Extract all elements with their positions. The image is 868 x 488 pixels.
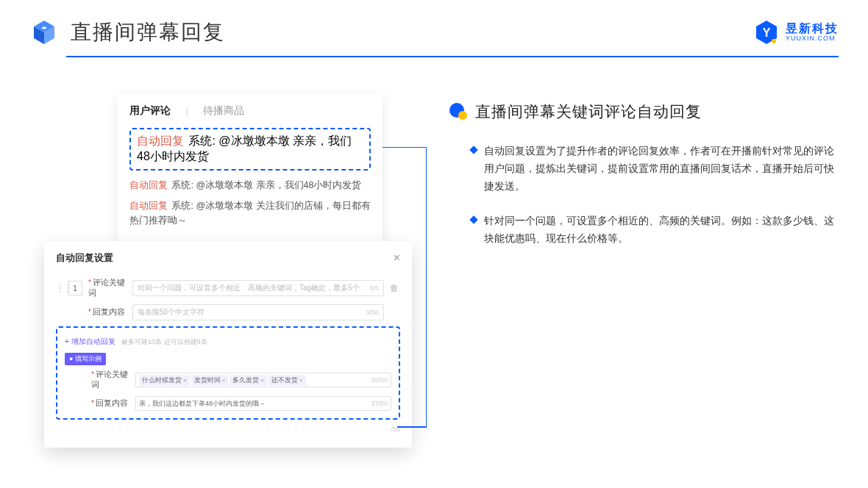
section-heading: 直播间弹幕关键词评论自动回复 bbox=[449, 101, 839, 122]
bullet-text: 自动回复设置为了提升作者的评论回复效率，作者可在开播前针对常见的评论用户问题，提… bbox=[484, 143, 839, 195]
diamond-bullet-icon bbox=[469, 216, 477, 224]
comment-item: 自动回复 系统: @冰墩墩本墩 亲亲，我们48小时内发货 bbox=[129, 178, 371, 193]
description-column: 直播间弹幕关键词评论自动回复 自动回复设置为了提升作者的评论回复效率，作者可在开… bbox=[449, 94, 839, 265]
order-number: 1 bbox=[68, 281, 82, 295]
brand-name: 昱新科技 bbox=[786, 22, 839, 35]
keyword-input[interactable]: 对同一个问题，可设置多个相近、高频的关键词，Tag确定，最多5个 0/5 bbox=[132, 280, 384, 296]
example-block-highlight: + 增加自动回复 最多可建10条 还可以创建9条 ● 填写示例 *评论关键词 什… bbox=[56, 326, 400, 420]
screenshot-column: 用户评论 | 待播商品 自动回复 系统: @冰墩墩本墩 亲亲，我们48小时内发货… bbox=[44, 94, 412, 265]
svg-point-1 bbox=[772, 39, 776, 43]
drag-handle-icon[interactable]: ⋮⋮ bbox=[56, 283, 62, 293]
bullet-text: 针对同一个问题，可设置多个相近的、高频的关键词。例如：这款多少钱、这块能优惠吗、… bbox=[484, 212, 839, 248]
section-title: 直播间弹幕关键词评论自动回复 bbox=[475, 101, 702, 122]
bullet-item: 自动回复设置为了提升作者的评论回复效率，作者可在开播前针对常见的评论用户问题，提… bbox=[449, 143, 839, 195]
auto-reply-settings-modal: 自动回复设置 × ⋮⋮ 1 *评论关键词 对同一个问题，可设置多个相近、高频的关… bbox=[44, 241, 412, 448]
diamond-bullet-icon bbox=[469, 146, 477, 154]
brand-logo: Y 昱新科技 YUUXIN.COM bbox=[753, 19, 839, 46]
comments-panel: 用户评论 | 待播商品 自动回复 系统: @冰墩墩本墩 亲亲，我们48小时内发货… bbox=[118, 94, 383, 254]
highlighted-comment: 自动回复 系统: @冰墩墩本墩 亲亲，我们48小时内发货 bbox=[129, 128, 371, 171]
brand-icon: Y bbox=[753, 19, 780, 46]
example-reply-input[interactable]: 亲，我们这边都是下单48小时内发货的哦～ 37/50 bbox=[135, 396, 391, 411]
modal-title: 自动回复设置 bbox=[56, 251, 113, 265]
ex-keyword-label: *评论关键词 bbox=[91, 370, 129, 390]
auto-reply-tag: 自动回复 bbox=[129, 201, 168, 211]
add-auto-reply-link[interactable]: + 增加自动回复 bbox=[65, 337, 115, 345]
reply-content-row: ⋮⋮ *回复内容 每条限50个中文字符 0/50 🗑 bbox=[56, 304, 400, 320]
bullet-item: 针对同一个问题，可设置多个相近的、高频的关键词。例如：这款多少钱、这块能优惠吗、… bbox=[449, 212, 839, 248]
keyword-tag[interactable]: 什么时候发货× bbox=[139, 375, 190, 386]
keyword-tag[interactable]: 还不发货× bbox=[268, 375, 306, 386]
comment-text: 系统: @冰墩墩本墩 亲亲，我们48小时内发货 bbox=[169, 180, 362, 190]
page-header: 直播间弹幕回复 Y 昱新科技 YUUXIN.COM bbox=[0, 0, 868, 56]
reply-label: *回复内容 bbox=[88, 307, 127, 317]
connector-line-bottom bbox=[397, 426, 427, 428]
example-badge: ● 填写示例 bbox=[65, 353, 106, 365]
reply-input[interactable]: 每条限50个中文字符 0/50 bbox=[132, 304, 384, 320]
example-keyword-row: *评论关键词 什么时候发货×发货时间×多久发货×还不发货× 20/50 bbox=[65, 370, 391, 390]
tabs: 用户评论 | 待播商品 bbox=[129, 104, 371, 118]
auto-reply-tag: 自动回复 bbox=[137, 134, 184, 147]
keyword-label: *评论关键词 bbox=[88, 278, 127, 298]
ex-reply-label: *回复内容 bbox=[91, 398, 129, 409]
auto-reply-tag: 自动回复 bbox=[129, 180, 168, 190]
add-hint: 最多可建10条 还可以创建9条 bbox=[121, 338, 207, 345]
keyword-tag[interactable]: 多久发货× bbox=[230, 375, 267, 386]
comment-item: 自动回复 系统: @冰墩墩本墩 关注我们的店铺，每日都有热门推荐呦～ bbox=[129, 198, 371, 228]
keyword-row: ⋮⋮ 1 *评论关键词 对同一个问题，可设置多个相近、高频的关键词，Tag确定，… bbox=[56, 278, 400, 298]
example-keyword-input[interactable]: 什么时候发货×发货时间×多久发货×还不发货× 20/50 bbox=[135, 373, 391, 387]
brand-sub: YUUXIN.COM bbox=[786, 35, 839, 43]
svg-point-3 bbox=[458, 111, 467, 120]
cube-icon bbox=[29, 18, 59, 47]
connector-line bbox=[383, 147, 427, 426]
keyword-tag[interactable]: 发货时间× bbox=[191, 375, 229, 386]
tab-separator: | bbox=[185, 105, 188, 117]
page-title: 直播间弹幕回复 bbox=[71, 18, 225, 46]
tab-user-comments[interactable]: 用户评论 bbox=[129, 104, 171, 118]
chat-bubble-icon bbox=[449, 102, 468, 121]
example-reply-row: *回复内容 亲，我们这边都是下单48小时内发货的哦～ 37/50 bbox=[65, 396, 391, 411]
svg-text:Y: Y bbox=[763, 26, 771, 39]
tab-pending-goods[interactable]: 待播商品 bbox=[203, 104, 244, 118]
